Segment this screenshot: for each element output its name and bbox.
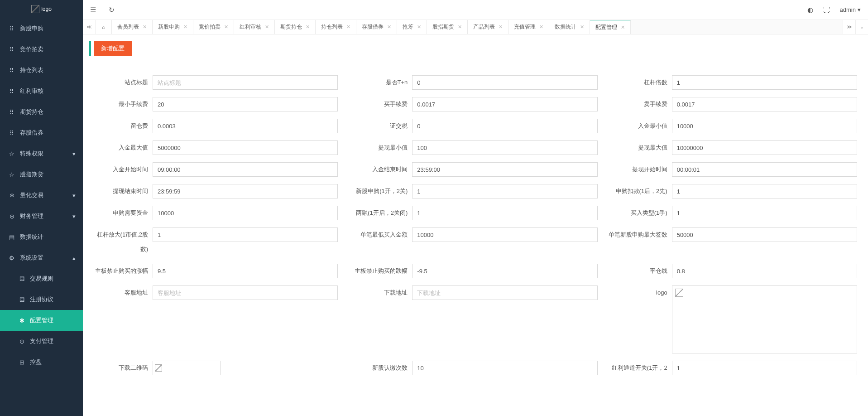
input-max-up[interactable] [153,264,338,278]
sidebar-item-cungu[interactable]: ⠿存股借券 [0,122,83,143]
tab-3[interactable]: 红利审核✕ [234,20,275,34]
tabs-dropdown[interactable]: ⌄ [855,20,868,34]
close-icon[interactable]: ✕ [143,24,147,30]
close-icon[interactable]: ✕ [621,24,625,30]
input-withdraw-start[interactable] [672,162,857,177]
close-icon[interactable]: ✕ [346,24,350,30]
close-icon[interactable]: ✕ [183,24,187,30]
input-ipo-max-lot[interactable] [672,227,857,242]
menu-label: 配置管理 [30,316,53,324]
input-withdraw-end[interactable] [153,184,338,198]
sidebar-item-xitong[interactable]: ⚙系统设置▴ [0,247,83,268]
theme-icon[interactable]: ◐ [807,6,813,14]
tab-10[interactable]: 充值管理✕ [508,20,549,34]
input-ipo-count[interactable] [412,361,597,375]
menu-label: 竞价拍卖 [20,45,43,53]
close-icon[interactable]: ✕ [265,24,269,30]
input-dividend-switch[interactable] [672,361,857,375]
collapse-icon[interactable]: ☰ [90,6,96,14]
sidebar-item-chicang[interactable]: ⠿持仓列表 [0,60,83,81]
input-buy-fee[interactable] [412,97,597,111]
add-config-button[interactable]: 新增配置 [94,41,132,56]
sidebar-sub-jiaoyi[interactable]: ⚃交易规则 [0,268,83,289]
sidebar-item-caiwu[interactable]: ⊛财务管理▾ [0,206,83,227]
input-ipo-switch[interactable] [412,184,597,198]
close-icon[interactable]: ✕ [539,24,543,30]
tab-4[interactable]: 期货持仓✕ [275,20,316,34]
input-liquidation[interactable] [672,264,857,278]
label-deposit-end: 入金结束时间 [349,162,412,177]
fullscreen-icon[interactable]: ⛶ [823,6,830,14]
input-tax[interactable] [412,119,597,133]
close-icon[interactable]: ✕ [499,24,503,30]
input-deposit-start[interactable] [153,162,338,177]
tab-label: 充值管理 [514,23,536,31]
refresh-icon[interactable]: ↻ [109,6,115,14]
tab-home[interactable]: ⌂ [96,20,112,34]
close-icon[interactable]: ✕ [580,24,584,30]
menu-label: 期货持仓 [20,108,43,116]
close-icon[interactable]: ✕ [224,24,228,30]
input-deposit-max[interactable] [153,140,338,155]
close-icon[interactable]: ✕ [306,24,310,30]
close-icon[interactable]: ✕ [387,24,391,30]
sidebar-item-xingu[interactable]: ⠿新股申购 [0,18,83,39]
sidebar-sub-zhifu[interactable]: ⊙支付管理 [0,331,83,352]
tab-6[interactable]: 存股借券✕ [356,20,397,34]
input-tn[interactable] [412,75,597,90]
input-download-url[interactable] [412,285,597,300]
label-ipo-deduct: 申购扣款(1后，2先) [609,184,672,198]
sidebar-item-qihuo[interactable]: ⠿期货持仓 [0,102,83,122]
input-margin-switch[interactable] [412,206,597,220]
tab-12[interactable]: 配置管理✕ [590,20,631,34]
menu-icon: ⚃ [18,276,25,282]
close-icon[interactable]: ✕ [458,24,462,30]
tabs-scroll-left[interactable]: ≪ [83,20,96,34]
input-min-fee[interactable] [153,97,338,111]
input-leverage[interactable] [672,75,857,90]
input-withdraw-min[interactable] [412,140,597,155]
label-withdraw-max: 提现最大值 [609,140,672,155]
input-site-title[interactable] [153,75,338,90]
menu-icon: ⠿ [8,67,15,74]
label-ipo-max-lot: 单笔新股申购最大签数 [609,227,672,242]
tab-7[interactable]: 抢筹✕ [397,20,427,34]
tab-5[interactable]: 持仓列表✕ [316,20,356,34]
input-deposit-end[interactable] [412,162,597,177]
tab-11[interactable]: 数据统计✕ [549,20,590,34]
sidebar-sub-kongpan[interactable]: ⊞控盘 [0,352,83,372]
input-leverage-amp[interactable] [153,227,338,242]
input-min-buy-amount[interactable] [412,227,597,242]
tab-0[interactable]: 会员列表✕ [112,20,153,34]
tab-8[interactable]: 股指期货✕ [427,20,468,34]
input-withdraw-max[interactable] [672,140,857,155]
sidebar-item-shuju[interactable]: ▤数据统计 [0,227,83,247]
menu-icon: ▤ [8,234,15,241]
input-sell-fee[interactable] [672,97,857,111]
sidebar-item-hongli[interactable]: ⠿红利审核 [0,81,83,102]
sidebar-item-guzhi[interactable]: ☆股指期货 [0,164,83,185]
input-buy-type[interactable] [672,206,857,220]
input-hold-fee[interactable] [153,119,338,133]
input-ipo-deduct[interactable] [672,184,857,198]
close-icon[interactable]: ✕ [417,24,421,30]
sidebar-item-jingjia[interactable]: ⠿竞价拍卖 [0,39,83,60]
tab-1[interactable]: 新股申购✕ [153,20,193,34]
tab-2[interactable]: 竞价拍卖✕ [193,20,234,34]
sidebar: logo ⠿新股申购⠿竞价拍卖⠿持仓列表⠿红利审核⠿期货持仓⠿存股借券☆特殊权限… [0,0,83,416]
input-kefu[interactable] [153,285,338,300]
user-menu[interactable]: admin ▾ [840,6,861,13]
input-deposit-min[interactable] [672,119,857,133]
logo-upload[interactable] [672,285,857,353]
qrcode-upload[interactable] [153,361,221,375]
label-leverage: 杠杆倍数 [609,75,672,90]
sidebar-sub-zhuce[interactable]: ⚃注册协议 [0,289,83,310]
sidebar-sub-peizhi[interactable]: ✱配置管理 [0,310,83,331]
sidebar-item-teshu[interactable]: ☆特殊权限▾ [0,143,83,164]
sidebar-item-lianghua[interactable]: ❄量化交易▾ [0,185,83,206]
label-tn: 是否T+n [349,75,412,90]
tabs-scroll-right[interactable]: ≫ [843,20,855,34]
input-max-down[interactable] [412,264,597,278]
input-ipo-fund[interactable] [153,206,338,220]
tab-9[interactable]: 产品列表✕ [468,20,508,34]
